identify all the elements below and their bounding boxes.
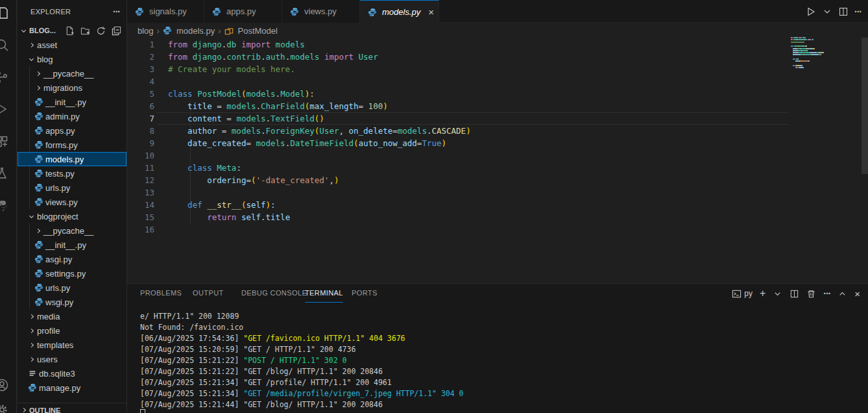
tab-signals.py[interactable]: signals.py xyxy=(127,0,204,23)
tree-item-label: blog xyxy=(37,55,53,64)
new-file-icon[interactable] xyxy=(65,26,75,36)
tab-label: signals.py xyxy=(149,6,187,16)
run-and-debug-icon[interactable] xyxy=(0,101,10,117)
code-line-6: 6 title = models.CharField(max_length= 1… xyxy=(127,100,388,112)
tree-folder-profile[interactable]: profile xyxy=(18,323,127,338)
tree-file-models.py[interactable]: models.py xyxy=(18,152,127,166)
new-terminal-icon[interactable] xyxy=(760,288,766,299)
minimap-line-mark xyxy=(802,50,806,51)
panel-tab-ports[interactable]: PORTS xyxy=(352,284,378,303)
code-line-15: 15 return self.title xyxy=(127,211,290,223)
tree-file-tests.py[interactable]: tests.py xyxy=(18,166,127,181)
tree-file-admin.py[interactable]: admin.py xyxy=(18,109,127,123)
code-line-2: 2from django.contrib.auth.models import … xyxy=(127,51,378,63)
tree-file-apps.py[interactable]: apps.py xyxy=(18,123,127,138)
code-line-16: 16 xyxy=(127,223,168,236)
code-text: content = models.TextField() xyxy=(157,112,324,125)
tree-folder-blog[interactable]: blog xyxy=(18,52,127,66)
tree-item-label: users xyxy=(37,355,58,364)
collapse-all-icon[interactable] xyxy=(112,26,121,36)
maximize-panel-icon[interactable] xyxy=(838,289,847,299)
line-number: 1 xyxy=(127,38,157,51)
explorer-more-actions-icon[interactable] xyxy=(113,6,120,17)
breadcrumb-item[interactable]: blog xyxy=(138,26,154,36)
panel-tab-problems[interactable]: PROBLEMS xyxy=(140,284,182,303)
line-number: 6 xyxy=(127,100,157,112)
close-panel-icon[interactable] xyxy=(854,288,860,299)
workspace-section-header[interactable]: BLOG... xyxy=(18,23,127,38)
tree-folder-users[interactable]: users xyxy=(18,352,127,366)
tree-file-urls.py[interactable]: urls.py xyxy=(18,181,127,195)
terminal-output[interactable]: e/ HTTP/1.1" 200 12089Not Found: /favico… xyxy=(140,311,464,410)
tree-file-settings.py[interactable]: settings.py xyxy=(18,266,127,281)
split-terminal-icon[interactable] xyxy=(790,289,799,299)
editor-more-actions-icon[interactable] xyxy=(854,6,862,17)
tree-file-urls.py[interactable]: urls.py xyxy=(18,281,127,295)
chevron-right-icon xyxy=(29,357,34,361)
search-icon[interactable] xyxy=(0,37,10,53)
tree-file-__init__.py[interactable]: __init__.py xyxy=(18,238,127,252)
tree-file-wsgi.py[interactable]: wsgi.py xyxy=(18,295,127,309)
minimap-line-mark xyxy=(806,45,807,47)
symbol-class-icon xyxy=(224,26,235,35)
editor-scrollbar[interactable] xyxy=(862,38,868,174)
panel-tab-debug-console[interactable]: DEBUG CONSOLE xyxy=(241,284,307,303)
settings-gear-icon[interactable] xyxy=(0,402,10,413)
source-control-icon[interactable] xyxy=(0,69,10,85)
account-icon[interactable] xyxy=(0,377,10,393)
line-number: 10 xyxy=(127,149,157,162)
tree-item-label: profile xyxy=(37,326,60,336)
code-line-14: 14 def __str__(self): xyxy=(127,199,276,211)
minimap-line-mark xyxy=(799,37,802,38)
terminal-launch-chevron-icon[interactable] xyxy=(773,289,782,299)
tree-folder-asset[interactable]: asset xyxy=(18,38,127,52)
tab-models.py[interactable]: models.py xyxy=(360,0,439,23)
explorer-toolbar xyxy=(65,26,121,36)
breadcrumb-item[interactable]: PostModel xyxy=(238,26,278,36)
python-env-icon[interactable] xyxy=(0,198,10,214)
tree-folder-blogproject[interactable]: blogproject xyxy=(18,209,127,223)
python-file-icon xyxy=(368,8,379,17)
tree-file-db.sqlite3[interactable]: db.sqlite3 xyxy=(18,366,127,381)
minimap[interactable] xyxy=(791,37,841,77)
minimap-line-mark xyxy=(802,37,806,38)
testing-icon[interactable] xyxy=(0,166,10,181)
tree-folder-templates[interactable]: templates xyxy=(18,338,127,352)
new-folder-icon[interactable] xyxy=(80,26,90,36)
run-python-file-icon[interactable] xyxy=(806,6,816,17)
minimap-line-mark xyxy=(807,50,808,51)
close-tab-icon[interactable] xyxy=(428,6,434,18)
tree-folder-__pycache__[interactable]: __pycache__ xyxy=(18,66,127,81)
split-editor-icon[interactable] xyxy=(838,6,849,17)
outline-section-header[interactable]: OUTLINE xyxy=(18,403,127,413)
minimap-line-mark xyxy=(791,42,804,43)
python-file-icon xyxy=(34,183,45,192)
explorer-icon[interactable] xyxy=(0,5,10,21)
extensions-icon[interactable] xyxy=(0,134,10,149)
chevron-down-icon xyxy=(21,27,26,32)
refresh-icon[interactable] xyxy=(96,26,106,36)
panel-more-actions-icon[interactable] xyxy=(823,288,830,299)
panel-tab-terminal[interactable]: TERMINAL xyxy=(305,284,343,303)
panel-tab-output[interactable]: OUTPUT xyxy=(193,284,224,303)
run-options-chevron-icon[interactable] xyxy=(822,6,832,17)
code-line-10: 10 xyxy=(127,149,168,162)
tree-file-views.py[interactable]: views.py xyxy=(18,195,127,209)
tree-file-forms.py[interactable]: forms.py xyxy=(18,138,127,152)
tree-file-manage.py[interactable]: manage.py xyxy=(18,381,127,395)
tree-folder-migrations[interactable]: migrations xyxy=(18,81,127,95)
kill-terminal-icon[interactable] xyxy=(806,289,816,299)
python-file-icon xyxy=(34,269,45,278)
breadcrumb-item[interactable]: models.py xyxy=(176,26,215,36)
tree-folder-media[interactable]: media xyxy=(18,309,127,323)
tree-file-__init__.py[interactable]: __init__.py xyxy=(18,95,127,109)
tab-apps.py[interactable]: apps.py xyxy=(204,0,282,23)
tab-views.py[interactable]: views.py xyxy=(282,0,360,23)
explorer-sidebar: EXPLORER BLOG... assetblog__pycache__mig… xyxy=(18,0,127,413)
breadcrumb[interactable]: blogmodels.pyPostModel xyxy=(127,23,860,38)
tree-folder-__pycache__[interactable]: __pycache__ xyxy=(18,223,127,238)
line-number: 11 xyxy=(127,162,157,174)
terminal-shell-badge[interactable]: py xyxy=(732,289,753,299)
python-file-icon xyxy=(34,255,45,264)
tree-file-asgi.py[interactable]: asgi.py xyxy=(18,252,127,266)
